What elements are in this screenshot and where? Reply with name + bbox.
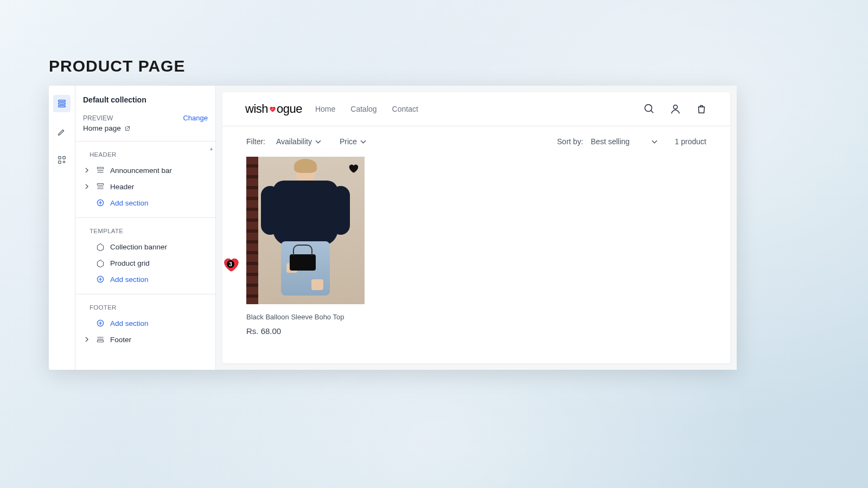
page-heading: PRODUCT PAGE [49, 57, 185, 75]
apps-icon [57, 155, 67, 165]
svg-point-13 [673, 105, 677, 109]
bag-icon [695, 103, 707, 115]
sort-select[interactable]: Best selling [591, 137, 658, 146]
nav-home[interactable]: Home [315, 105, 335, 113]
section-header[interactable]: Header [75, 178, 215, 195]
section-label: Announcement bar [110, 166, 172, 175]
sections-icon [57, 99, 67, 108]
section-announcement-bar[interactable]: Announcement bar [75, 162, 215, 178]
svg-rect-2 [59, 106, 66, 107]
section-label: Collection banner [110, 243, 167, 251]
footer-section-icon [96, 335, 105, 344]
svg-rect-11 [97, 341, 103, 342]
sort-value: Best selling [591, 137, 630, 146]
filter-price-label: Price [340, 137, 357, 146]
product-image [246, 157, 365, 304]
section-collection-banner[interactable]: Collection banner [75, 239, 215, 255]
filter-price[interactable]: Price [340, 137, 366, 146]
svg-rect-6 [97, 167, 103, 169]
chevron-down-icon [315, 139, 321, 145]
logo-text-left: wish [245, 102, 268, 116]
change-preview-link[interactable]: Change [183, 114, 208, 122]
store-nav: Home Catalog Contact [315, 105, 418, 113]
logo-text-right: ogue [277, 102, 302, 116]
nav-catalog[interactable]: Catalog [350, 105, 376, 113]
rail-theme-button[interactable] [53, 123, 71, 140]
chevron-right-icon [84, 168, 90, 173]
add-section-label: Add section [110, 319, 149, 328]
account-button[interactable] [669, 103, 681, 115]
plus-circle-icon [96, 319, 105, 328]
group-label-footer: FOOTER [75, 294, 215, 315]
svg-point-12 [645, 105, 652, 112]
group-label-header: HEADER [75, 142, 215, 162]
store-header: wish ogue Home Catalog Contact [222, 92, 730, 126]
wishlist-floating-button[interactable]: 3 [221, 255, 240, 273]
preview-page-link[interactable]: Home page [83, 124, 208, 132]
product-wishlist-button[interactable] [347, 162, 359, 176]
svg-rect-1 [59, 103, 66, 105]
search-icon [643, 103, 655, 115]
product-grid: Black Balloon Sleeve Boho Top Rs. 68.00 [222, 157, 730, 336]
preview-label: PREVIEW [83, 114, 113, 122]
filter-bar: Filter: Availability Price Sort by: Best… [222, 126, 730, 157]
section-product-grid[interactable]: Product grid [75, 255, 215, 271]
section-icon [96, 182, 105, 191]
section-label: Footer [110, 336, 131, 344]
sections-sidebar: Default collection PREVIEW Change Home p… [75, 86, 216, 370]
editor-icon-rail [49, 86, 75, 370]
filter-availability[interactable]: Availability [276, 137, 321, 146]
svg-rect-3 [59, 157, 61, 159]
section-label: Product grid [110, 259, 150, 267]
section-icon [96, 166, 105, 175]
nav-contact[interactable]: Contact [392, 105, 418, 113]
plus-circle-icon [96, 198, 105, 207]
svg-rect-5 [59, 161, 61, 164]
theme-editor-window: Default collection PREVIEW Change Home p… [49, 86, 737, 370]
sort-label: Sort by: [557, 137, 583, 146]
section-label: Header [110, 183, 134, 191]
chevron-right-icon [84, 337, 90, 342]
add-section-label: Add section [110, 199, 149, 207]
add-section-label: Add section [110, 275, 149, 284]
storefront: 3 wish ogue Home Catalog Contact [222, 92, 730, 363]
store-logo[interactable]: wish ogue [245, 102, 302, 116]
section-footer[interactable]: Footer [75, 331, 215, 348]
product-card[interactable]: Black Balloon Sleeve Boho Top Rs. 68.00 [246, 157, 365, 336]
logo-heart-icon [269, 105, 276, 113]
scroll-up-indicator: ▴ [210, 145, 214, 151]
tag-icon [96, 259, 105, 267]
paint-icon [57, 127, 67, 137]
svg-rect-4 [63, 157, 66, 159]
preview-page-value: Home page [83, 124, 121, 132]
add-section-footer[interactable]: Add section [75, 315, 215, 331]
product-image-figure [270, 162, 341, 296]
wishlist-count-badge: 3 [227, 260, 234, 268]
search-button[interactable] [643, 103, 655, 115]
template-name: Default collection [83, 95, 208, 104]
add-section-header[interactable]: Add section [75, 195, 215, 211]
rail-apps-button[interactable] [53, 151, 71, 169]
plus-circle-icon [96, 275, 105, 284]
heart-icon [347, 162, 359, 174]
rail-sections-button[interactable] [53, 95, 71, 112]
tag-icon [96, 242, 105, 251]
sidebar-header: Default collection PREVIEW Change Home p… [75, 86, 215, 142]
external-link-icon [124, 125, 131, 132]
filter-availability-label: Availability [276, 137, 312, 146]
product-count: 1 product [675, 137, 706, 146]
user-icon [669, 103, 681, 115]
svg-rect-7 [97, 183, 103, 185]
add-section-template[interactable]: Add section [75, 271, 215, 287]
product-title: Black Balloon Sleeve Boho Top [246, 313, 365, 321]
chevron-down-icon [652, 139, 658, 145]
group-label-template: TEMPLATE [75, 218, 215, 239]
store-preview-pane: 3 wish ogue Home Catalog Contact [216, 86, 737, 370]
store-header-actions [643, 103, 707, 115]
filter-label: Filter: [246, 137, 265, 146]
cart-button[interactable] [695, 103, 707, 115]
product-price: Rs. 68.00 [246, 326, 365, 336]
chevron-down-icon [360, 139, 366, 145]
chevron-right-icon [84, 184, 90, 189]
svg-rect-0 [59, 100, 66, 102]
